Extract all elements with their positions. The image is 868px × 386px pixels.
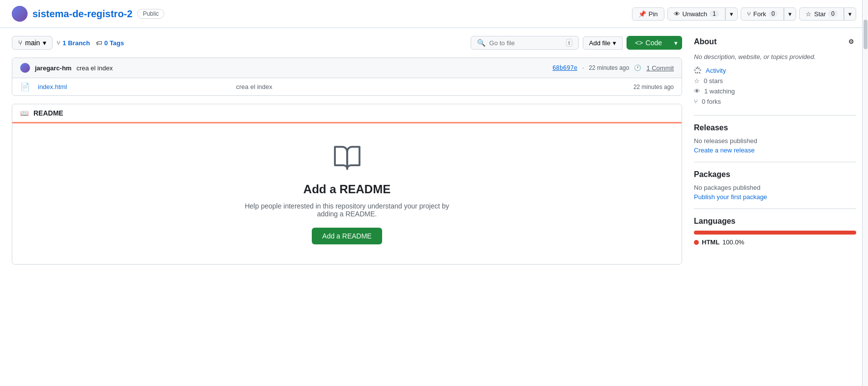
chevron-down-icon: ▾ — [730, 10, 733, 18]
commit-row-left: jaregarc-hm crea el index — [20, 63, 113, 73]
fork-icon: ⑂ — [747, 10, 751, 18]
table-row: 📄 index.html crea el index 22 minutes ag… — [12, 78, 682, 95]
branch-icon: ⑂ — [18, 39, 22, 47]
watching-item: 👁 1 watching — [694, 88, 856, 95]
packages-empty: No packages published — [694, 184, 856, 191]
tag-count-link[interactable]: 0 Tags — [104, 39, 124, 47]
pin-label: Pin — [649, 10, 658, 18]
pin-button[interactable]: 📌 Pin — [632, 7, 664, 21]
branch-info: ⑂ 1 Branch 🏷 0 Tags — [57, 39, 124, 47]
language-item: HTML 100.0% — [694, 238, 856, 246]
code-group: <> Code ▾ — [627, 36, 682, 50]
commit-hash-link[interactable]: 68b697e — [552, 64, 577, 71]
fork-dropdown[interactable]: ▾ — [784, 7, 796, 21]
gear-icon: ⚙ — [848, 38, 854, 45]
fork-count: 0 — [769, 10, 778, 17]
repo-actions: 📌 Pin 👁 Unwatch 1 ▾ ⑂ Fork 0 ▾ — [632, 7, 856, 21]
code-dropdown[interactable]: ▾ — [670, 36, 682, 50]
star-label: Star — [814, 10, 826, 18]
star-icon: ☆ — [806, 10, 811, 18]
commit-count-link[interactable]: 1 Commit — [646, 64, 674, 72]
unwatch-dropdown[interactable]: ▾ — [725, 7, 738, 21]
star-icon-sm: ☆ — [694, 77, 700, 85]
fork-button[interactable]: ⑂ Fork 0 — [741, 7, 784, 21]
clock-icon: 🕐 — [634, 64, 641, 71]
commit-time: 22 minutes ago — [589, 64, 629, 71]
scrollbar-thumb — [864, 20, 868, 49]
code-label: Code — [646, 39, 662, 47]
add-file-chevron-icon: ▾ — [613, 39, 616, 47]
pin-icon: 📌 — [638, 10, 646, 18]
eye-icon-sm: 👁 — [694, 88, 700, 95]
file-icon: 📄 — [20, 82, 30, 91]
code-button[interactable]: <> Code — [627, 36, 670, 50]
releases-title: Releases — [694, 123, 856, 132]
activity-link[interactable]: Activity — [706, 67, 726, 74]
code-icon: <> — [635, 39, 643, 47]
file-name-link[interactable]: index.html — [38, 83, 228, 90]
readme-title: README — [33, 109, 63, 117]
readme-header: 📖 README — [12, 104, 682, 123]
commit-row: jaregarc-hm crea el index 68b697e · 22 m… — [12, 58, 682, 78]
packages-title: Packages — [694, 170, 856, 179]
activity-icon — [694, 66, 702, 74]
activity-item: Activity — [694, 66, 856, 74]
commit-author-name[interactable]: jaregarc-hm — [35, 64, 71, 72]
star-count: 0 — [828, 10, 838, 17]
language-percent: 100.0% — [722, 238, 744, 246]
code-chevron-icon: ▾ — [674, 39, 678, 47]
readme-book-icon — [332, 143, 362, 177]
language-dot — [694, 240, 699, 245]
right-panel: About ⚙ No description, website, or topi… — [694, 36, 856, 265]
create-release-link[interactable]: Create a new release — [694, 147, 856, 154]
releases-empty: No releases published — [694, 137, 856, 145]
file-date: 22 minutes ago — [625, 84, 674, 90]
shortcut-badge: t — [566, 39, 572, 47]
eye-icon: 👁 — [674, 10, 680, 18]
branch-selector[interactable]: ⑂ main ▾ — [12, 36, 53, 50]
forks-count: 0 forks — [702, 98, 721, 105]
star-dropdown[interactable]: ▾ — [844, 7, 856, 21]
repo-title: sistema-de-registro-2 Public — [12, 6, 164, 22]
toolbar-right: 🔍 t Add file ▾ <> Code ▾ — [471, 36, 682, 50]
star-button[interactable]: ☆ Star 0 — [799, 7, 844, 21]
languages-section: Languages HTML 100.0% — [694, 217, 856, 246]
separator: · — [582, 64, 584, 71]
branch-icon-sm: ⑂ — [57, 39, 60, 47]
unwatch-count: 1 — [710, 10, 719, 17]
language-name: HTML — [702, 238, 719, 246]
commit-author-avatar — [20, 63, 30, 73]
main-content: ⑂ main ▾ ⑂ 1 Branch 🏷 0 Tags 🔍 t — [0, 28, 868, 272]
branch-chevron-icon: ▾ — [43, 39, 46, 47]
branch-name: main — [25, 39, 40, 47]
add-file-button[interactable]: Add file ▾ — [583, 36, 623, 50]
forks-item: ⑂ 0 forks — [694, 98, 856, 105]
publish-package-link[interactable]: Publish your first package — [694, 193, 856, 201]
search-box: 🔍 t — [471, 36, 579, 50]
star-group: ☆ Star 0 ▾ — [799, 7, 856, 21]
branch-word: Branch — [68, 39, 90, 47]
file-commit-message: crea el index — [236, 83, 617, 90]
unwatch-group: 👁 Unwatch 1 ▾ — [667, 7, 738, 21]
repo-name[interactable]: sistema-de-registro-2 — [32, 8, 132, 20]
branch-count-link[interactable]: 1 Branch — [62, 39, 90, 47]
scrollbar[interactable] — [862, 0, 868, 272]
stars-count: 0 stars — [704, 77, 723, 85]
visibility-badge: Public — [137, 9, 164, 19]
toolbar-left: ⑂ main ▾ ⑂ 1 Branch 🏷 0 Tags — [12, 36, 124, 50]
fork-icon-sm: ⑂ — [694, 98, 698, 105]
divider-1 — [694, 115, 856, 116]
search-input[interactable] — [489, 39, 562, 47]
divider-2 — [694, 162, 856, 162]
about-header: About ⚙ — [694, 36, 856, 47]
book-icon: 📖 — [20, 109, 29, 117]
languages-title: Languages — [694, 217, 856, 226]
settings-button[interactable]: ⚙ — [846, 36, 856, 47]
commit-row-right: 68b697e · 22 minutes ago 🕐 1 Commit — [552, 64, 674, 72]
add-file-group: Add file ▾ — [583, 36, 623, 50]
add-readme-button[interactable]: Add a README — [312, 228, 382, 244]
unwatch-button[interactable]: 👁 Unwatch 1 — [667, 7, 725, 21]
about-section: About ⚙ No description, website, or topi… — [694, 36, 856, 105]
tag-word: Tags — [110, 39, 124, 47]
unwatch-label: Unwatch — [683, 10, 708, 18]
